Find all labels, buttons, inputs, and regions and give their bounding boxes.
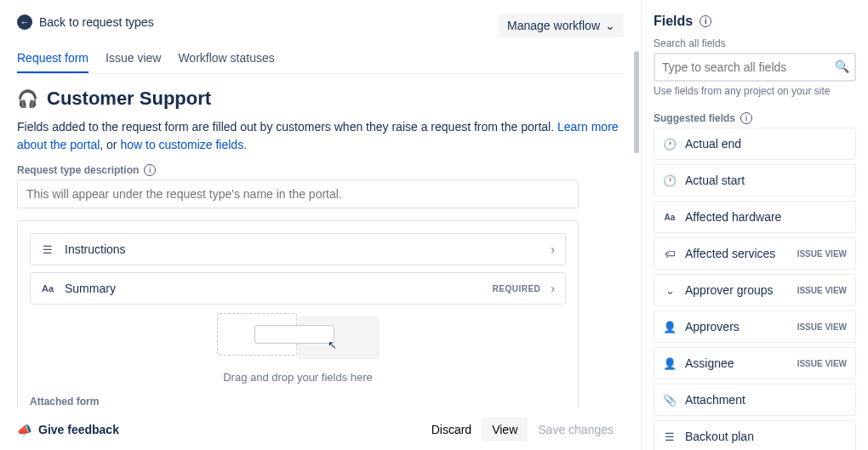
drop-illustration: ↖ [217, 313, 379, 364]
field-type-icon: 🏷 [663, 247, 677, 260]
field-instructions[interactable]: ☰ Instructions › [30, 233, 566, 265]
page-title: Customer Support [47, 88, 211, 110]
text-icon: Aa [41, 282, 54, 295]
suggested-field[interactable]: 🕐Actual end [654, 128, 856, 160]
chevron-down-icon: ⌄ [605, 19, 615, 32]
info-icon[interactable]: i [144, 164, 156, 176]
field-name: Attachment [685, 393, 847, 407]
field-type-icon: 👤 [663, 356, 677, 370]
search-hint: Use fields from any project on your site [654, 85, 856, 97]
footer: 📣 Give feedback Discard View Save change… [0, 408, 641, 450]
manage-workflow-label: Manage workflow [507, 19, 600, 32]
info-icon[interactable]: i [740, 112, 752, 124]
issue-view-badge: ISSUE VIEW [797, 359, 847, 368]
field-name: Affected hardware [685, 210, 847, 224]
drop-text: Drag and drop your fields here [223, 371, 373, 384]
field-type-icon: Aa [663, 210, 677, 224]
arrow-left-icon: ← [17, 14, 32, 30]
chevron-right-icon: › [551, 282, 555, 295]
req-desc-input[interactable] [17, 179, 579, 208]
suggested-field[interactable]: ⌄Approver groupsISSUE VIEW [654, 274, 856, 306]
back-label: Back to request types [39, 15, 154, 29]
fields-search-input[interactable] [654, 53, 856, 82]
customize-fields-link[interactable]: how to customize fields [120, 138, 243, 151]
suggested-field[interactable]: 👤ApproversISSUE VIEW [654, 310, 856, 343]
issue-view-badge: ISSUE VIEW [797, 249, 847, 259]
field-type-icon: 📎 [663, 393, 677, 407]
tab-issue-view[interactable]: Issue view [106, 46, 161, 73]
field-summary[interactable]: Aa Summary REQUIRED › [30, 272, 566, 305]
field-type-icon: ☰ [663, 430, 677, 443]
field-name: Actual end [685, 137, 847, 151]
field-label: Instructions [65, 242, 540, 256]
cursor-icon: ↖ [328, 339, 337, 351]
tab-request-form[interactable]: Request form [17, 46, 89, 73]
tabs: Request form Issue view Workflow statuse… [17, 46, 624, 74]
save-button[interactable]: Save changes [528, 418, 624, 441]
suggested-label: Suggested fields [654, 112, 735, 124]
manage-workflow-button[interactable]: Manage workflow ⌄ [499, 14, 624, 37]
suggested-field[interactable]: 🏷Affected servicesISSUE VIEW [654, 237, 856, 270]
field-name: Assignee [685, 356, 789, 370]
suggested-field[interactable]: 👤AssigneeISSUE VIEW [654, 347, 856, 379]
info-icon[interactable]: i [700, 15, 711, 27]
search-label: Search all fields [654, 37, 856, 49]
req-desc-label: Request type description [17, 164, 139, 176]
scrollbar[interactable] [634, 51, 639, 153]
required-badge: REQUIRED [493, 284, 541, 293]
view-button[interactable]: View [482, 418, 528, 441]
search-icon: 🔍 [835, 60, 849, 73]
field-type-icon: 🕐 [663, 174, 677, 187]
megaphone-icon: 📣 [17, 423, 31, 436]
back-link[interactable]: ← Back to request types [17, 14, 154, 30]
field-name: Affected services [685, 247, 789, 260]
field-name: Actual start [685, 174, 847, 187]
suggested-field[interactable]: 📎Attachment [654, 384, 856, 416]
tab-workflow-statuses[interactable]: Workflow statuses [178, 46, 274, 73]
suggested-field[interactable]: AaAffected hardware [654, 201, 856, 233]
field-label: Summary [65, 282, 483, 295]
discard-button[interactable]: Discard [421, 418, 482, 441]
suggested-field[interactable]: ☰Backout plan [654, 420, 856, 450]
main-panel: ← Back to request types Manage workflow … [0, 0, 642, 450]
fields-sidebar: Fields i Search all fields 🔍 Use fields … [642, 0, 868, 450]
field-name: Approver groups [685, 283, 789, 297]
field-type-icon: ⌄ [663, 283, 677, 297]
issue-view-badge: ISSUE VIEW [797, 286, 847, 295]
drop-zone[interactable]: ↖ Drag and drop your fields here [30, 313, 566, 384]
issue-view-badge: ISSUE VIEW [797, 322, 847, 332]
list-icon: ☰ [41, 242, 54, 256]
chevron-right-icon: › [551, 242, 555, 256]
page-description: Fields added to the request form are fil… [17, 118, 624, 154]
headset-icon: 🎧 [17, 88, 38, 109]
field-type-icon: 🕐 [663, 137, 677, 151]
field-name: Approvers [685, 320, 789, 333]
field-name: Backout plan [685, 430, 847, 443]
suggested-field[interactable]: 🕐Actual start [654, 164, 856, 197]
give-feedback[interactable]: 📣 Give feedback [17, 423, 119, 436]
sidebar-title: Fields [654, 14, 693, 29]
field-type-icon: 👤 [663, 320, 677, 333]
attached-form-label: Attached form [30, 396, 566, 407]
